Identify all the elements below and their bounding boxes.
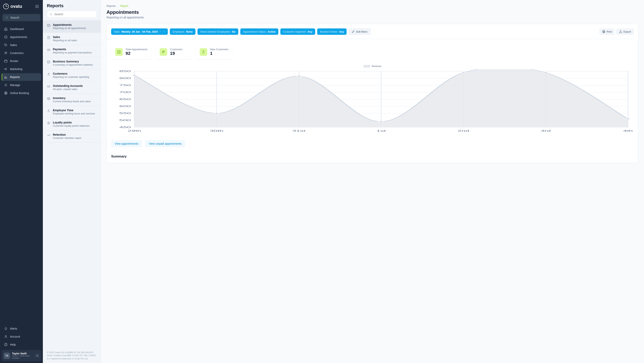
svg-point-26 (203, 51, 204, 52)
svg-text:450: 450 (119, 126, 131, 129)
trend-icon (47, 133, 50, 137)
filter-value: Active (268, 30, 276, 33)
nav-marketing[interactable]: Marketing (2, 65, 41, 73)
report-item-retention[interactable]: Retention Customer retention report (43, 130, 101, 142)
breadcrumb-parent[interactable]: Reports (106, 4, 116, 7)
menu-toggle-icon[interactable] (34, 4, 40, 8)
nav-label: Manage (10, 83, 20, 87)
report-item-outstanding-accounts[interactable]: Outstanding Accounts All open, unpaid sa… (43, 81, 101, 94)
stat-card-new-customers: New Customers 1 (196, 45, 232, 59)
report-item-title: Retention (53, 133, 97, 136)
view-appointments-link[interactable]: View appointments (111, 140, 142, 147)
user-org: CRAZY THERAPIES SYDNEY (12, 355, 33, 360)
report-item-appointments[interactable]: Appointments Reporting on all appointmen… (43, 20, 101, 33)
chevron-left-icon[interactable]: ‹ (159, 30, 162, 33)
filter-show-deleted[interactable]: Show Deleted Employees: No (198, 28, 238, 35)
chevron-right-icon[interactable]: › (162, 30, 165, 33)
nav-alerts[interactable]: Alerts (2, 325, 41, 332)
print-button[interactable]: Print (599, 28, 615, 35)
report-item-title: Sales (53, 35, 97, 39)
chevron-right-icon: › (118, 5, 118, 7)
brand-logo[interactable]: ovatu (3, 3, 22, 9)
svg-text:29th: 29th (128, 129, 141, 132)
content-card: Date: Weekly: 29 Jan - 04 Feb, 2024 ‹ › … (106, 24, 638, 163)
nav-online-booking[interactable]: Online Booking (2, 89, 41, 97)
page-title: Appointments (106, 9, 638, 15)
nav-label: Marketing (10, 67, 22, 71)
report-item-business-summary[interactable]: Business Summary A summary of appointmen… (43, 57, 101, 69)
filter-booked-online[interactable]: Booked Online: Any (317, 28, 347, 35)
nav-reports[interactable]: Reports (2, 73, 41, 81)
filter-date[interactable]: Date: Weekly: 29 Jan - 04 Feb, 2024 ‹ › (111, 28, 168, 35)
nav-manage[interactable]: Manage (2, 81, 41, 89)
svg-rect-23 (620, 32, 622, 33)
report-item-title: Appointments (53, 23, 97, 26)
svg-rect-14 (47, 49, 50, 51)
report-item-desc: Reporting on payment transactions (53, 51, 97, 54)
report-item-desc: Reporting on all appointments (53, 27, 97, 30)
svg-rect-5 (4, 60, 7, 62)
report-item-payments[interactable]: Payments Reporting on payment transactio… (43, 45, 101, 57)
filter-employee[interactable]: Employee: None (170, 28, 196, 35)
nav-account[interactable]: Account (2, 333, 41, 340)
report-item-customers[interactable]: Customers Reporting on customer spending (43, 69, 101, 81)
filter-value: None (186, 30, 193, 33)
filter-label: Appointment Status: (243, 30, 266, 33)
cash-icon (47, 48, 50, 52)
user-card[interactable]: TS Taylor Swift CRAZY THERAPIES SYDNEY ⇅ (2, 350, 41, 362)
svg-point-19 (48, 110, 49, 111)
chart-canvas: 45050055060065070075080085029th30th31st1… (111, 69, 634, 133)
main-content: Reports › Report Appointments Reporting … (101, 0, 644, 363)
filter-value: No (232, 30, 235, 33)
svg-point-53 (215, 113, 219, 114)
svg-text:3rd: 3rd (541, 129, 551, 132)
report-item-inventory[interactable]: Inventory Current inventory levels and v… (43, 94, 101, 106)
filter-appointment-status[interactable]: Appointment Status: Active (240, 28, 278, 35)
report-item-loyalty-points[interactable]: Loyalty points Customer loyalty points b… (43, 118, 101, 130)
print-label: Print (606, 30, 612, 33)
sidebar-search[interactable]: Search (2, 14, 40, 21)
filter-label: Customer Segment: (283, 30, 306, 33)
megaphone-icon (4, 67, 8, 71)
svg-point-6 (6, 85, 6, 86)
filter-customer-segment[interactable]: Customer Segment: Any (280, 28, 315, 35)
stat-label: New Customers (210, 48, 228, 51)
edit-filters-button[interactable]: Edit filters (349, 28, 370, 35)
revenue-chart: Revenue 45050055060065070075080085029th3… (111, 65, 634, 134)
export-button[interactable]: Export (616, 28, 634, 35)
clock-icon (4, 35, 8, 39)
nav-sales[interactable]: Sales (2, 41, 41, 49)
link-label: View appointments (115, 142, 138, 145)
report-item-employee-time[interactable]: Employee Time Employee working hours and… (43, 106, 101, 118)
svg-point-15 (48, 50, 49, 50)
nav-help[interactable]: Help (2, 341, 41, 349)
reports-search[interactable] (47, 11, 97, 17)
user-toggle-icon[interactable]: ⇅ (35, 354, 39, 358)
svg-text:750: 750 (119, 84, 131, 87)
avatar-initials: TS (5, 355, 8, 357)
stat-card-customers: Customers 19 (156, 45, 192, 59)
svg-text:500: 500 (119, 119, 131, 122)
svg-point-0 (6, 16, 8, 18)
svg-rect-20 (603, 30, 604, 31)
reports-search-input[interactable] (54, 12, 94, 16)
view-unpaid-appointments-link[interactable]: View unpaid appointments (145, 140, 185, 147)
report-item-title: Loyalty points (53, 121, 97, 124)
nav-roster[interactable]: Roster (2, 57, 41, 65)
report-item-sales[interactable]: Sales Reporting on all sales (43, 33, 101, 45)
nav-label: Online Booking (10, 91, 29, 95)
nav-appointments[interactable]: Appointments (2, 33, 41, 41)
avatar: TS (4, 353, 10, 359)
search-icon (50, 12, 52, 16)
report-item-title: Employee Time (53, 109, 97, 112)
star-icon (47, 121, 50, 125)
filter-label: Booked Online: (320, 30, 338, 33)
nav-label: Appointments (10, 35, 27, 39)
user-info: Taylor Swift CRAZY THERAPIES SYDNEY (12, 352, 33, 360)
nav-dashboard[interactable]: Dashboard (2, 25, 41, 33)
svg-text:2nd: 2nd (458, 129, 469, 132)
filter-value: Weekly: 29 Jan - 04 Feb, 2024 (121, 30, 158, 33)
stat-value: 1 (210, 51, 228, 56)
nav-customers[interactable]: Customers (2, 49, 41, 57)
svg-point-8 (5, 335, 6, 337)
